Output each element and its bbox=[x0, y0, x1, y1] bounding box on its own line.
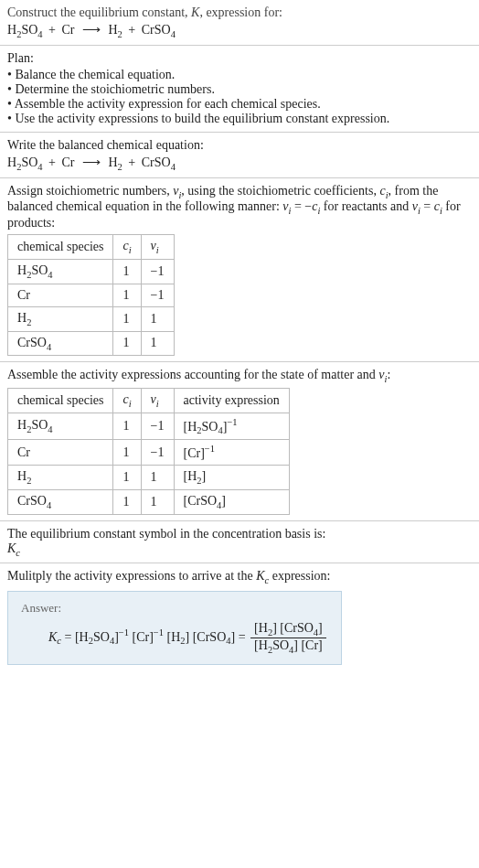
stoich-section: Assign stoichiometric numbers, νi, using… bbox=[0, 178, 479, 363]
table-row: H2 1 1 [H2] bbox=[8, 466, 290, 490]
k-symbol: K bbox=[191, 5, 199, 19]
cell-ci: 1 bbox=[113, 306, 141, 331]
table-row: CrSO4 1 1 bbox=[8, 331, 175, 356]
cell-vi: 1 bbox=[141, 466, 174, 490]
cell-species: H2 bbox=[8, 306, 113, 331]
cell-ci: 1 bbox=[113, 331, 141, 356]
balanced-title: Write the balanced chemical equation: bbox=[7, 138, 472, 153]
arrow-icon: ⟶ bbox=[78, 155, 105, 169]
cell-species: CrSO4 bbox=[8, 489, 113, 514]
numerator: [H2] [CrSO4] bbox=[250, 621, 326, 638]
plus-2: + bbox=[125, 23, 138, 37]
crso4: CrSO4 bbox=[142, 155, 176, 169]
arrow-icon: ⟶ bbox=[78, 23, 105, 37]
activity-table: chemical species ci νi activity expressi… bbox=[7, 388, 290, 515]
plan-item: Determine the stoichiometric numbers. bbox=[7, 82, 472, 97]
cell-vi: −1 bbox=[141, 284, 174, 306]
table-row: H2 1 1 bbox=[8, 306, 175, 331]
cell-activity: [H2SO4]−1 bbox=[174, 413, 289, 439]
kc-symbol: Kc bbox=[7, 541, 472, 558]
multiply-text: Mulitply the activity expressions to arr… bbox=[7, 569, 472, 585]
cr: Cr bbox=[61, 23, 74, 37]
balanced-equation: H2SO4 + Cr ⟶ H2 + CrSO4 bbox=[7, 155, 472, 172]
plan-title: Plan: bbox=[7, 51, 472, 66]
plan-section: Plan: Balance the chemical equation. Det… bbox=[0, 46, 479, 133]
cell-ci: 1 bbox=[113, 413, 141, 439]
plan-item: Use the activity expressions to build th… bbox=[7, 112, 472, 126]
cell-vi: −1 bbox=[141, 259, 174, 284]
kc-expression: Kc = [H2SO4]−1 [Cr]−1 [H2] [CrSO4] = [H2… bbox=[48, 621, 328, 655]
table-row: CrSO4 1 1 [CrSO4] bbox=[8, 489, 290, 514]
answer-label: Answer: bbox=[21, 601, 328, 616]
h2so4: H2SO4 bbox=[7, 155, 43, 169]
cell-vi: 1 bbox=[141, 331, 174, 356]
cell-vi: −1 bbox=[141, 413, 174, 439]
col-species: chemical species bbox=[8, 235, 113, 260]
cell-species: CrSO4 bbox=[8, 331, 113, 356]
prompt-title: Construct the equilibrium constant, K, e… bbox=[7, 5, 472, 20]
plan-list: Balance the chemical equation. Determine… bbox=[7, 68, 472, 126]
table-header-row: chemical species ci νi activity expressi… bbox=[8, 389, 290, 413]
cell-vi: 1 bbox=[141, 306, 174, 331]
cell-species: H2SO4 bbox=[8, 259, 113, 284]
cell-ci: 1 bbox=[113, 259, 141, 284]
col-ci: ci bbox=[113, 235, 141, 260]
prompt-text-b: , expression for: bbox=[199, 5, 282, 19]
stoich-text: Assign stoichiometric numbers, νi, using… bbox=[7, 184, 472, 231]
table-row: H2SO4 1 −1 [H2SO4]−1 bbox=[8, 413, 290, 439]
cell-activity: [H2] bbox=[174, 466, 289, 490]
plus-2: + bbox=[125, 155, 138, 169]
col-activity: activity expression bbox=[174, 389, 289, 413]
cr: Cr bbox=[61, 155, 74, 169]
col-vi: νi bbox=[141, 235, 174, 260]
plan-item: Balance the chemical equation. bbox=[7, 68, 472, 82]
cell-ci: 1 bbox=[113, 284, 141, 306]
cell-ci: 1 bbox=[113, 440, 141, 466]
cell-species: H2 bbox=[8, 466, 113, 490]
cell-vi: 1 bbox=[141, 489, 174, 514]
plan-item: Assemble the activity expression for eac… bbox=[7, 97, 472, 112]
cell-species: Cr bbox=[8, 440, 113, 466]
plus-1: + bbox=[46, 155, 59, 169]
activity-section: Assemble the activity expressions accoun… bbox=[0, 362, 479, 520]
cell-species: Cr bbox=[8, 284, 113, 306]
stoich-table: chemical species ci νi H2SO4 1 −1 Cr 1 −… bbox=[7, 234, 175, 356]
col-species: chemical species bbox=[8, 389, 113, 413]
col-vi: νi bbox=[141, 389, 174, 413]
activity-title: Assemble the activity expressions accoun… bbox=[7, 368, 472, 384]
basis-text: The equilibrium constant symbol in the c… bbox=[7, 527, 472, 541]
cell-activity: [CrSO4] bbox=[174, 489, 289, 514]
fraction: [H2] [CrSO4] [H2SO4] [Cr] bbox=[250, 621, 326, 655]
balanced-section: Write the balanced chemical equation: H2… bbox=[0, 133, 479, 178]
cell-vi: −1 bbox=[141, 440, 174, 466]
plus-1: + bbox=[46, 23, 59, 37]
answer-box: Answer: Kc = [H2SO4]−1 [Cr]−1 [H2] [CrSO… bbox=[7, 591, 342, 665]
table-row: Cr 1 −1 [Cr]−1 bbox=[8, 440, 290, 466]
table-header-row: chemical species ci νi bbox=[8, 235, 175, 260]
unbalanced-equation: H2SO4 + Cr ⟶ H2 + CrSO4 bbox=[7, 22, 472, 39]
answer-section: Mulitply the activity expressions to arr… bbox=[0, 563, 479, 670]
h2so4: H2SO4 bbox=[7, 23, 43, 37]
prompt-text-a: Construct the equilibrium constant, bbox=[7, 5, 191, 19]
denominator: [H2SO4] [Cr] bbox=[250, 638, 326, 655]
h2: H2 bbox=[108, 155, 122, 169]
table-row: H2SO4 1 −1 bbox=[8, 259, 175, 284]
cell-activity: [Cr]−1 bbox=[174, 440, 289, 466]
crso4: CrSO4 bbox=[142, 23, 176, 37]
cell-ci: 1 bbox=[113, 466, 141, 490]
prompt-section: Construct the equilibrium constant, K, e… bbox=[0, 0, 479, 46]
col-ci: ci bbox=[113, 389, 141, 413]
basis-section: The equilibrium constant symbol in the c… bbox=[0, 521, 479, 564]
table-row: Cr 1 −1 bbox=[8, 284, 175, 306]
cell-species: H2SO4 bbox=[8, 413, 113, 439]
h2: H2 bbox=[108, 23, 122, 37]
cell-ci: 1 bbox=[113, 489, 141, 514]
